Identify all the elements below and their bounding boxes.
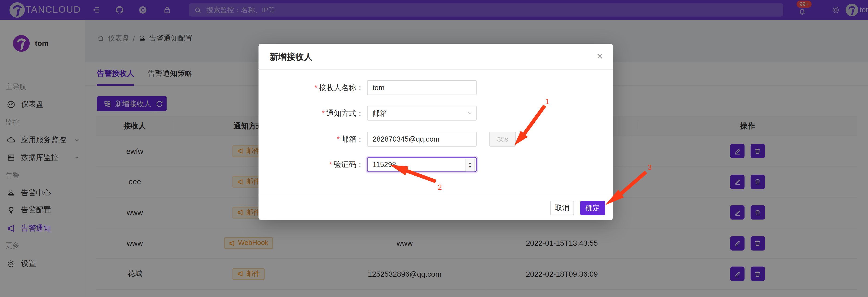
verify-code-input[interactable] <box>367 157 476 172</box>
resend-countdown-button[interactable]: 35s <box>489 132 516 147</box>
app-window: TANCLOUD G 99+ <box>0 0 868 297</box>
add-recipient-modal: 新增接收人 ✕ *接收人名称： *通知方式： *邮箱： 35s *验证码： ▲▼… <box>258 44 613 220</box>
chevron-down-icon <box>467 110 473 116</box>
required-mark: * <box>330 160 332 169</box>
modal-header: 新增接收人 ✕ <box>258 44 613 70</box>
modal-title: 新增接收人 <box>270 44 312 70</box>
close-icon[interactable]: ✕ <box>596 51 603 61</box>
required-mark: * <box>322 109 324 117</box>
number-stepper[interactable]: ▲▼ <box>465 159 475 171</box>
required-mark: * <box>337 135 340 143</box>
field-verify-code: *验证码： ▲▼ <box>258 157 613 172</box>
field-notice-method: *通知方式： <box>258 106 613 121</box>
field-recipient-name: *接收人名称： <box>258 80 613 95</box>
email-input[interactable] <box>367 132 476 147</box>
recipient-name-input[interactable] <box>367 80 476 95</box>
required-mark: * <box>314 84 317 92</box>
field-email: *邮箱： 35s <box>258 132 613 147</box>
cancel-button[interactable]: 取消 <box>550 201 574 215</box>
modal-footer: 取消 确定 <box>258 195 613 220</box>
confirm-button[interactable]: 确定 <box>580 201 605 215</box>
notice-method-select[interactable] <box>367 106 476 121</box>
